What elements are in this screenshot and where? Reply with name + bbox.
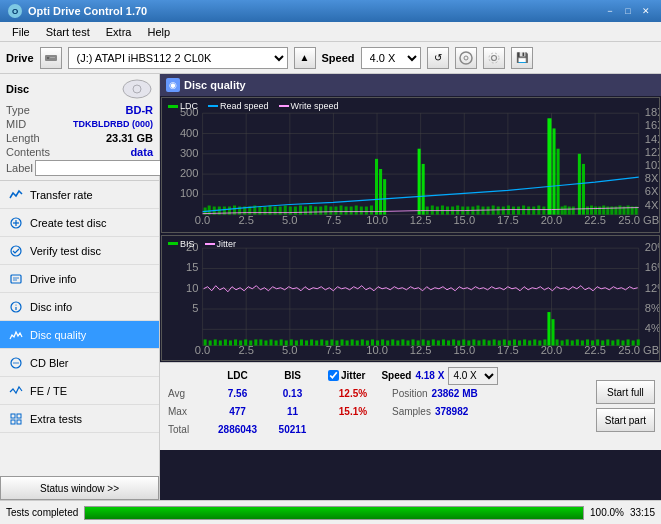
svg-text:16X: 16X xyxy=(645,119,659,131)
stats-area: LDC BIS Jitter Speed 4.18 X 4.0 X Avg 7.… xyxy=(160,362,661,450)
length-label: Length xyxy=(6,132,40,144)
svg-rect-128 xyxy=(507,206,510,215)
svg-text:17.5: 17.5 xyxy=(497,214,519,226)
mid-label: MID xyxy=(6,118,26,130)
svg-rect-209 xyxy=(285,340,288,345)
svg-rect-260 xyxy=(543,339,546,345)
svg-point-6 xyxy=(489,53,499,63)
svg-rect-89 xyxy=(418,149,421,215)
fe-te-icon xyxy=(8,383,24,399)
disc-quality-panel-icon: ◉ xyxy=(166,78,180,92)
svg-rect-227 xyxy=(376,340,379,345)
svg-rect-90 xyxy=(422,164,425,215)
nav-disc-info[interactable]: Disc info xyxy=(0,293,159,321)
svg-rect-263 xyxy=(566,339,569,345)
speed-value: 4.18 X xyxy=(415,370,444,381)
svg-rect-232 xyxy=(401,339,404,345)
position-label: Position xyxy=(392,388,428,399)
progress-percent: 100.0% xyxy=(590,507,624,518)
svg-rect-138 xyxy=(568,207,571,215)
svg-rect-87 xyxy=(379,169,382,215)
main-area: Disc Type BD-R MID TDKBLDRBD (000) Lengt… xyxy=(0,74,661,500)
close-button[interactable]: ✕ xyxy=(639,4,653,18)
svg-rect-217 xyxy=(325,340,328,345)
eject-button[interactable]: ▲ xyxy=(294,47,316,69)
status-time: 33:15 xyxy=(630,507,655,518)
svg-rect-117 xyxy=(553,128,556,214)
speed-header: Speed xyxy=(381,370,411,381)
speed-select-stats[interactable]: 4.0 X xyxy=(448,367,498,385)
title-bar: O Opti Drive Control 1.70 − □ ✕ xyxy=(0,0,661,22)
save-button[interactable]: 💾 xyxy=(511,47,533,69)
refresh-button[interactable]: ↺ xyxy=(427,47,449,69)
drive-icon[interactable] xyxy=(40,47,62,69)
svg-rect-258 xyxy=(533,339,536,345)
svg-rect-262 xyxy=(561,340,564,345)
svg-rect-143 xyxy=(598,207,601,215)
jitter-checkbox[interactable] xyxy=(328,370,339,381)
svg-text:8X: 8X xyxy=(645,172,659,184)
svg-rect-253 xyxy=(508,340,511,345)
nav-transfer-rate[interactable]: Transfer rate xyxy=(0,181,159,209)
svg-text:10: 10 xyxy=(186,282,198,294)
svg-rect-250 xyxy=(493,339,496,345)
disc-quality-panel-title: Disc quality xyxy=(184,79,246,91)
svg-rect-81 xyxy=(269,206,272,215)
svg-rect-275 xyxy=(627,339,630,345)
svg-text:18X: 18X xyxy=(645,106,659,118)
svg-rect-225 xyxy=(366,340,369,345)
menu-start-test[interactable]: Start test xyxy=(38,24,98,40)
svg-text:100: 100 xyxy=(180,187,199,199)
max-ldc: 477 xyxy=(210,406,265,417)
svg-rect-228 xyxy=(381,339,384,345)
minimize-button[interactable]: − xyxy=(603,4,617,18)
svg-rect-219 xyxy=(335,340,338,345)
start-full-button[interactable]: Start full xyxy=(596,380,655,404)
svg-rect-213 xyxy=(305,340,308,345)
svg-rect-199 xyxy=(244,339,247,345)
svg-rect-25 xyxy=(17,420,21,424)
svg-rect-106 xyxy=(370,206,373,215)
verify-disc-icon xyxy=(8,243,24,259)
total-bis: 50211 xyxy=(265,424,320,435)
settings-button[interactable] xyxy=(483,47,505,69)
label-input[interactable] xyxy=(35,160,168,176)
nav-cd-bler[interactable]: CD Bler xyxy=(0,349,159,377)
maximize-button[interactable]: □ xyxy=(621,4,635,18)
svg-rect-141 xyxy=(590,206,593,215)
nav-drive-info[interactable]: Drive info xyxy=(0,265,159,293)
svg-text:20.0: 20.0 xyxy=(541,214,563,226)
avg-ldc: 7.56 xyxy=(210,388,265,399)
samples-value: 378982 xyxy=(435,406,468,417)
drive-select[interactable]: (J:) ATAPI iHBS112 2 CL0K xyxy=(68,47,288,69)
menu-file[interactable]: File xyxy=(4,24,38,40)
svg-text:14X: 14X xyxy=(645,133,659,145)
status-window-button[interactable]: Status window >> xyxy=(0,476,159,500)
svg-rect-238 xyxy=(432,339,435,345)
svg-rect-98 xyxy=(329,207,332,215)
app-title: Opti Drive Control 1.70 xyxy=(28,5,147,17)
svg-rect-83 xyxy=(279,207,282,215)
svg-rect-118 xyxy=(557,149,560,215)
svg-text:15.0: 15.0 xyxy=(453,214,475,226)
nav-disc-quality[interactable]: Disc quality xyxy=(0,321,159,349)
speed-select[interactable]: 4.0 X xyxy=(361,47,421,69)
type-value: BD-R xyxy=(126,104,154,116)
disc-button[interactable] xyxy=(455,47,477,69)
nav-fe-te[interactable]: FE / TE xyxy=(0,377,159,405)
svg-rect-196 xyxy=(229,340,232,345)
nav-extra-tests[interactable]: Extra tests xyxy=(0,405,159,433)
svg-rect-243 xyxy=(457,340,460,345)
svg-rect-259 xyxy=(538,340,541,345)
nav-create-test-disc[interactable]: Create test disc xyxy=(0,209,159,237)
content-area: ◉ Disc quality LDC Read speed xyxy=(160,74,661,500)
menu-extra[interactable]: Extra xyxy=(98,24,140,40)
nav-verify-test-disc[interactable]: Verify test disc xyxy=(0,237,159,265)
svg-rect-231 xyxy=(396,340,399,345)
start-part-button[interactable]: Start part xyxy=(596,408,655,432)
menu-help[interactable]: Help xyxy=(139,24,178,40)
svg-rect-150 xyxy=(627,206,630,215)
svg-rect-123 xyxy=(482,207,485,215)
svg-rect-133 xyxy=(532,207,535,215)
disc-quality-icon xyxy=(8,327,24,343)
